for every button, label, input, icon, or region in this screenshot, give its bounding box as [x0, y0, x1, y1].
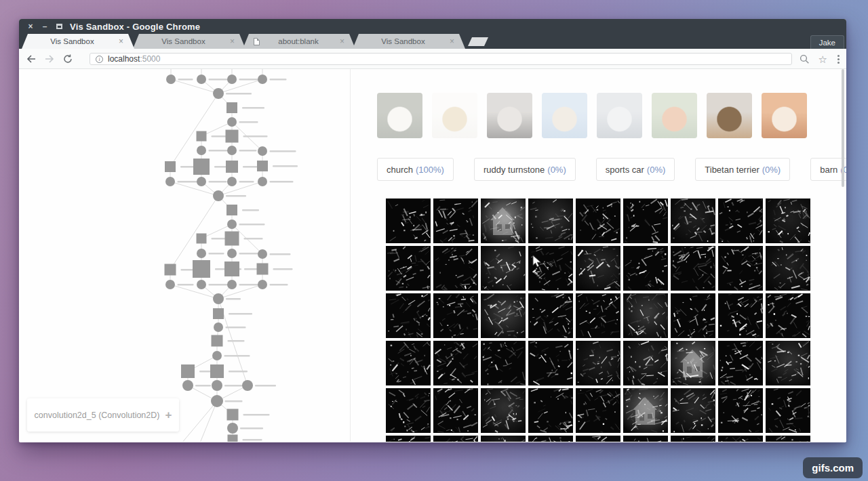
- graph-node-circle: [197, 75, 206, 84]
- profile-name: Jake: [819, 39, 835, 47]
- refresh-icon: [63, 54, 73, 64]
- prediction-percent: (0%): [762, 165, 781, 175]
- prediction-percent: (0%): [547, 165, 566, 175]
- search-icon[interactable]: [800, 54, 810, 64]
- graph-node-square: [227, 409, 239, 421]
- graph-node-circle: [211, 395, 223, 407]
- graph-node-circle: [227, 177, 237, 186]
- graph-node-circle: [197, 249, 206, 258]
- graph-node-square: [193, 260, 210, 278]
- layer-tooltip-label: convolution2d_5 (Convolution2D): [35, 411, 160, 420]
- prediction-label: barn: [820, 165, 837, 175]
- maximize-icon: [56, 24, 62, 29]
- input-thumbnail-mountain-lake[interactable]: [597, 93, 642, 138]
- window-titlebar: × – Vis Sandbox - Google Chrome: [19, 19, 846, 34]
- url-host: localhost: [108, 54, 140, 64]
- graph-node-square: [197, 234, 207, 244]
- tab-close-icon[interactable]: ×: [340, 37, 344, 45]
- graph-node-circle: [242, 380, 253, 391]
- back-button[interactable]: [25, 53, 37, 65]
- prediction-tibetan-terrier: Tibetan terrier(0%): [695, 158, 790, 181]
- address-bar[interactable]: i localhost:5000: [90, 53, 792, 65]
- window-maximize-button[interactable]: [55, 19, 63, 34]
- graph-node-square: [197, 131, 207, 142]
- graph-node-circle: [212, 380, 222, 391]
- tab-strip: Vis Sandbox×Vis Sandbox×about:blank×Vis …: [19, 34, 846, 49]
- network-graph[interactable]: [19, 69, 369, 442]
- new-tab-button[interactable]: [468, 37, 488, 46]
- graph-node-circle: [258, 75, 267, 84]
- tab-label: Vis Sandbox: [33, 37, 112, 45]
- tab-about-blank[interactable]: about:blank×: [243, 34, 355, 49]
- url-port: :5000: [140, 54, 160, 64]
- graph-node-square: [193, 159, 210, 175]
- graph-node-circle: [227, 249, 237, 258]
- profile-button[interactable]: Jake: [810, 35, 844, 49]
- bookmark-star-icon[interactable]: ☆: [818, 54, 827, 64]
- expand-plus-icon[interactable]: +: [165, 409, 172, 421]
- graph-node-circle: [214, 322, 223, 332]
- tab-label: about:blank: [264, 37, 333, 45]
- graph-node-circle: [227, 219, 237, 229]
- tab-vis-sandbox[interactable]: Vis Sandbox×: [353, 34, 465, 49]
- prediction-label: Tibetan terrier: [705, 165, 759, 175]
- graph-node-circle: [227, 280, 237, 289]
- input-thumbnail-animal-in-water[interactable]: [542, 93, 587, 138]
- browser-menu-icon[interactable]: [836, 54, 841, 65]
- scrollbar-thumb[interactable]: [842, 69, 844, 187]
- prediction-label: ruddy turnstone: [484, 165, 545, 175]
- tab-close-icon[interactable]: ×: [119, 37, 123, 45]
- graph-node-circle: [258, 177, 267, 186]
- graph-node-square: [228, 435, 238, 442]
- prediction-ruddy-turnstone: ruddy turnstone(0%): [474, 158, 576, 181]
- graph-node-square: [226, 130, 239, 143]
- tab-vis-sandbox[interactable]: Vis Sandbox×: [133, 34, 245, 49]
- graph-node-circle: [197, 280, 206, 289]
- graph-node-circle: [258, 280, 267, 289]
- graph-node-circle: [227, 423, 238, 434]
- graph-node-circle: [227, 146, 237, 155]
- input-image-row: [377, 93, 807, 138]
- graph-node-circle: [227, 117, 237, 127]
- input-thumbnail-red-panda[interactable]: [652, 93, 697, 138]
- graph-node-square: [226, 102, 237, 113]
- gifs-watermark-label: gifs.com: [812, 462, 854, 474]
- window-close-button[interactable]: ×: [26, 19, 35, 34]
- input-thumbnail-white-puppy[interactable]: [377, 93, 422, 138]
- graph-node-circle: [213, 293, 224, 304]
- graph-node-circle: [213, 190, 224, 201]
- browser-toolbar: i localhost:5000 ☆: [19, 49, 846, 69]
- graph-node-square: [257, 264, 269, 275]
- window-minimize-button[interactable]: –: [41, 19, 49, 34]
- refresh-button[interactable]: [62, 53, 74, 65]
- input-thumbnail-horse-sunset[interactable]: [762, 93, 807, 138]
- forward-button[interactable]: [43, 53, 56, 65]
- tab-close-icon[interactable]: ×: [450, 37, 454, 45]
- graph-node-square: [213, 308, 224, 319]
- input-thumbnail-eggs[interactable]: [432, 93, 477, 138]
- tab-vis-sandbox[interactable]: Vis Sandbox×: [22, 34, 134, 49]
- prediction-label: church: [387, 165, 413, 175]
- tab-close-icon[interactable]: ×: [230, 37, 235, 45]
- window-title: Vis Sandbox - Google Chrome: [70, 22, 200, 32]
- input-thumbnail-lincoln-portrait[interactable]: [487, 93, 532, 138]
- graph-node-circle: [258, 249, 267, 259]
- prediction-sports-car: sports car(0%): [596, 158, 675, 181]
- graph-node-circle: [182, 380, 193, 391]
- graph-node-square: [165, 161, 176, 172]
- graph-node-square: [210, 364, 224, 378]
- input-thumbnail-house[interactable]: [707, 93, 752, 138]
- layer-tooltip: convolution2d_5 (Convolution2D) +: [27, 398, 179, 432]
- gifs-watermark: gifs.com: [803, 457, 863, 478]
- graph-node-square: [226, 205, 237, 215]
- prediction-row: church(100%)ruddy turnstone(0%)sports ca…: [377, 158, 846, 181]
- graph-node-square: [226, 161, 238, 173]
- back-icon: [26, 55, 36, 63]
- prediction-church: church(100%): [377, 158, 454, 181]
- graph-node-circle: [227, 75, 237, 84]
- page-info-icon[interactable]: i: [96, 56, 103, 63]
- prediction-percent: (100%): [416, 165, 444, 175]
- graph-node-circle: [197, 146, 206, 155]
- graph-node-circle: [258, 146, 267, 156]
- mouse-cursor: [532, 255, 545, 268]
